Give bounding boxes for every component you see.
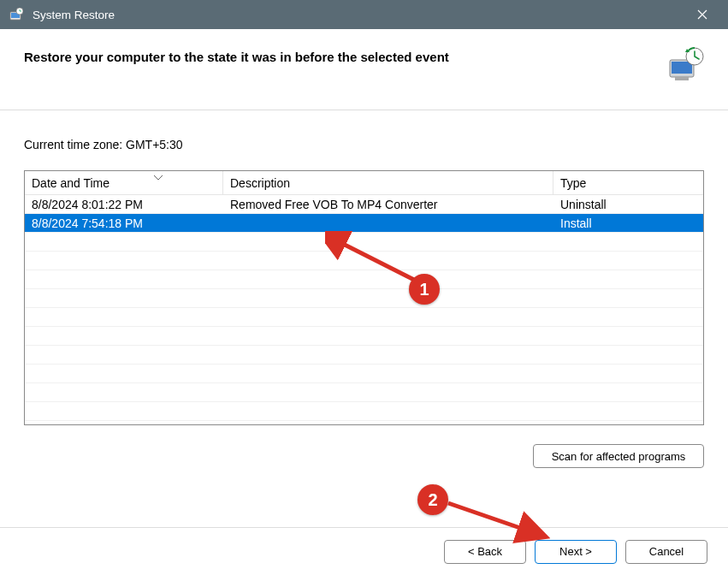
- table-row[interactable]: 8/8/2024 7:54:18 PM Install: [25, 214, 703, 233]
- table-row-empty: [25, 308, 703, 327]
- scan-row: Scan for affected programs: [0, 425, 728, 468]
- table-row-empty: [25, 365, 703, 383]
- wizard-header: Restore your computer to the state it wa…: [0, 29, 728, 110]
- table-row-empty: [25, 402, 703, 421]
- table-row[interactable]: 8/8/2024 8:01:22 PM Removed Free VOB To …: [25, 195, 703, 214]
- column-desc-label: Description: [230, 176, 290, 190]
- cancel-button[interactable]: Cancel: [625, 540, 707, 564]
- annotation-marker-2: 2: [417, 484, 448, 515]
- cell-date: 8/8/2024 7:54:18 PM: [25, 216, 223, 230]
- table-row-empty: [25, 346, 703, 365]
- cell-description: Removed Free VOB To MP4 Converter: [223, 198, 553, 211]
- titlebar: System Restore: [0, 0, 728, 29]
- table-header: Date and Time Description Type: [25, 171, 703, 195]
- content-area: Current time zone: GMT+5:30 Date and Tim…: [0, 110, 728, 425]
- timezone-label: Current time zone: GMT+5:30: [24, 138, 704, 151]
- annotation-marker-1: 1: [409, 274, 440, 305]
- app-icon: [9, 7, 24, 22]
- table-row-empty: [25, 289, 703, 308]
- cell-type: Uninstall: [553, 198, 703, 211]
- window-title: System Restore: [33, 9, 684, 21]
- scan-affected-button[interactable]: Scan for affected programs: [533, 444, 704, 468]
- wizard-footer: < Back Next > Cancel: [0, 527, 728, 575]
- restore-points-table: Date and Time Description Type 8/8/2024 …: [24, 170, 704, 425]
- column-description[interactable]: Description: [223, 171, 553, 194]
- next-button[interactable]: Next >: [535, 540, 617, 564]
- svg-rect-5: [675, 77, 689, 80]
- column-date-label: Date and Time: [32, 176, 109, 190]
- back-button[interactable]: < Back: [444, 540, 526, 564]
- table-body: 8/8/2024 8:01:22 PM Removed Free VOB To …: [25, 195, 703, 421]
- close-icon: [697, 9, 707, 20]
- table-row-empty: [25, 270, 703, 289]
- restore-icon: [665, 46, 706, 84]
- table-row-empty: [25, 383, 703, 402]
- column-type-label: Type: [560, 176, 586, 190]
- cell-type: Install: [553, 216, 703, 230]
- column-date[interactable]: Date and Time: [25, 171, 223, 194]
- close-button[interactable]: [684, 2, 721, 27]
- column-type[interactable]: Type: [553, 171, 703, 194]
- sort-chevron-icon: [154, 173, 163, 182]
- page-title: Restore your computer to the state it wa…: [24, 50, 449, 64]
- cell-date: 8/8/2024 8:01:22 PM: [25, 198, 223, 211]
- table-row-empty: [25, 252, 703, 270]
- table-row-empty: [25, 233, 703, 252]
- table-row-empty: [25, 327, 703, 346]
